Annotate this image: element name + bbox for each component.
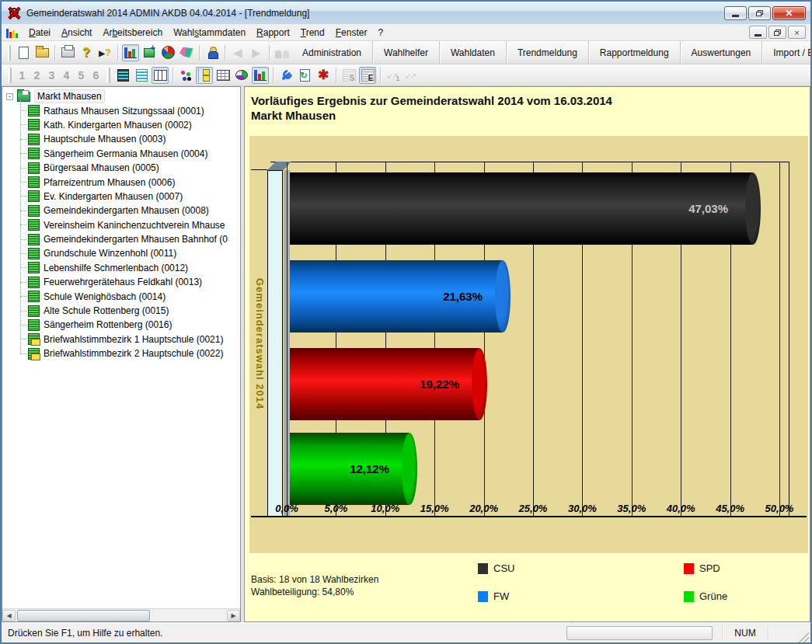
- ballot-box-icon: [28, 105, 40, 117]
- chart-title-line1: Vorläufiges Ergebnis zur Gemeinderatswah…: [251, 93, 612, 108]
- list-view-icon[interactable]: [133, 67, 150, 84]
- tree-item-briefwahlstimmbezirk-1-hauptschule-0021[interactable]: Briefwahlstimmbezirk 1 Hauptschule (0021…: [16, 332, 240, 346]
- process-gear-icon[interactable]: ✱: [315, 67, 332, 84]
- menu-item-datei[interactable]: Datei: [23, 26, 56, 40]
- tree-item-ev-kindergarten-mhausen-0007[interactable]: Ev. Kindergarten Mhausen (0007): [16, 190, 240, 204]
- tree-item-b-rgersaal-mhausen-0005[interactable]: Bürgersaal Mhausen (0005): [16, 161, 240, 175]
- tree-item-s-ngerheim-germania-mhausen-0004[interactable]: Sängerheim Germania Mhausen (0004): [16, 147, 240, 161]
- tree-item-briefwahlstimmbezirk-2-hauptschule-0022[interactable]: Briefwahlstimmbezirk 2 Hauptschule (0022…: [16, 346, 240, 360]
- tree-item-lebenshilfe-schmerlenbach-0012[interactable]: Lebenshilfe Schmerlenbach (0012): [16, 261, 240, 275]
- minimize-button[interactable]: [724, 6, 747, 20]
- forward-icon: ▶: [248, 44, 265, 61]
- tree-root-label[interactable]: Markt Mhausen: [34, 89, 105, 103]
- export-data-icon[interactable]: [141, 44, 158, 61]
- menu-item-rapport[interactable]: Rapport: [251, 26, 295, 40]
- collapse-icon[interactable]: -: [6, 93, 13, 100]
- tree-item-pfarreizentrum-mhausen-0006[interactable]: Pfarreizentrum Mhausen (0006): [16, 175, 240, 189]
- tree-item-label[interactable]: Hauptschule Mhausen (0003): [44, 134, 166, 144]
- nav-button-wahlhelfer[interactable]: Wahlhelfer: [372, 41, 439, 64]
- tree-item-label[interactable]: Schule Wenighösbach (0014): [44, 291, 166, 302]
- application-window: Gemeinderatswahl 2014 ADMIN AKDB 04.04.2…: [0, 0, 812, 644]
- bar-csu: 47,03%: [290, 172, 753, 245]
- tree-item-gemeindekindergarten-mhausen-0008[interactable]: Gemeindekindergarten Mhausen (0008): [16, 204, 240, 218]
- tree-item-kath-kindergarten-mhausen-0002[interactable]: Kath. Kindergarten Mhausen (0002): [16, 118, 240, 132]
- scrollbar-thumb[interactable]: [17, 610, 150, 621]
- tree-item-s-ngerheim-rottenberg-0016[interactable]: Sängerheim Rottenberg (0016): [16, 318, 240, 332]
- nav-button-rapportmeldung[interactable]: Rapportmeldung: [588, 41, 680, 64]
- resize-grip-icon[interactable]: [798, 632, 809, 642]
- tree-item-label[interactable]: Lebenshilfe Schmerlenbach (0012): [44, 263, 188, 273]
- tree-item-grundschule-winzenhohl-0011[interactable]: Grundschule Winzenhohl (0011): [16, 246, 240, 260]
- help-icon[interactable]: ?: [78, 44, 95, 61]
- tree-item-label[interactable]: Bürgersaal Mhausen (0005): [44, 162, 159, 173]
- tree-item-label[interactable]: Vereinsheim Kaninchenzuchtverein Mhause: [44, 220, 225, 231]
- scroll-right-icon[interactable]: ▶: [227, 610, 240, 621]
- menu-item-fenster[interactable]: Fenster: [330, 26, 373, 40]
- scatter-chart-icon[interactable]: [177, 67, 194, 84]
- split-view-icon[interactable]: [152, 67, 169, 84]
- menu-item-wahlstammdaten[interactable]: Wahlstammdaten: [168, 26, 251, 40]
- report-e-icon[interactable]: [359, 67, 376, 84]
- tree-item-label[interactable]: Briefwahlstimmbezirk 2 Hauptschule (0022…: [44, 348, 223, 359]
- tree-view-icon[interactable]: [196, 67, 213, 84]
- menu-item-ansicht[interactable]: Ansicht: [56, 26, 97, 40]
- tree-item-alte-schule-rottenberg-0015[interactable]: Alte Schule Rottenberg (0015): [16, 304, 240, 318]
- tree-item-label[interactable]: Grundschule Winzenhohl (0011): [44, 248, 176, 259]
- tree-item-vereinsheim-kaninchenzuchtverein-mhause[interactable]: Vereinsheim Kaninchenzuchtverein Mhause: [16, 218, 240, 232]
- refresh-document-icon[interactable]: [296, 67, 313, 84]
- maximize-button[interactable]: [748, 6, 771, 20]
- tree-horizontal-scrollbar[interactable]: ◀ ▶: [2, 608, 240, 621]
- open-folder-icon[interactable]: [33, 44, 51, 61]
- report-stack-icon[interactable]: [114, 67, 131, 84]
- toolbar-grip[interactable]: [106, 68, 110, 83]
- pie3d-chart-icon[interactable]: [233, 67, 250, 84]
- close-button[interactable]: ✕: [772, 6, 806, 20]
- table-view-icon[interactable]: [214, 67, 232, 84]
- pie-chart-icon[interactable]: [159, 44, 176, 61]
- nav-button-administration[interactable]: Administration: [291, 41, 372, 64]
- menu-item-trend[interactable]: Trend: [295, 26, 330, 40]
- toolbar-separator: [54, 45, 55, 61]
- tree-item-rathaus-mhausen-sitzungssaal-0001[interactable]: Rathaus Mhausen Sitzungssaal (0001): [16, 103, 240, 117]
- menu-item-arbeitsbereich[interactable]: Arbeitsbereich: [97, 26, 168, 40]
- tree-item-label[interactable]: Sängerheim Rottenberg (0016): [44, 319, 172, 330]
- toolbar-grip[interactable]: [8, 45, 11, 61]
- nav-button-auswertungen[interactable]: Auswertungen: [680, 41, 762, 64]
- mdi-close-button[interactable]: ×: [788, 26, 806, 39]
- bar-chart-icon[interactable]: [252, 67, 269, 84]
- mdi-restore-button[interactable]: [768, 26, 786, 39]
- nav-button-trendmeldung[interactable]: Trendmeldung: [506, 41, 588, 64]
- mdi-minimize-button[interactable]: [749, 26, 767, 39]
- tree-item-label[interactable]: Gemeindekindergarten Mhausen (0008): [44, 205, 209, 216]
- chart-view-icon[interactable]: [122, 44, 139, 61]
- status-separator: [722, 626, 723, 640]
- page-number-2: 2: [30, 69, 44, 82]
- context-help-icon[interactable]: ▶: [96, 44, 113, 61]
- chart-wizard-icon[interactable]: [178, 44, 195, 61]
- new-document-icon[interactable]: [15, 44, 32, 61]
- menu-item-[interactable]: ?: [372, 26, 389, 40]
- tree-item-label[interactable]: Briefwahlstimmbezirk 1 Hauptschule (0021…: [44, 334, 223, 345]
- tree-item-hauptschule-mhausen-0003[interactable]: Hauptschule Mhausen (0003): [16, 132, 240, 146]
- nav-button-wahldaten[interactable]: Wahldaten: [439, 41, 506, 64]
- toolbar-separator: [273, 68, 274, 83]
- tree-item-label[interactable]: Sängerheim Germania Mhausen (0004): [44, 148, 207, 159]
- tree-root-markt-mhausen[interactable]: - Markt Mhausen: [4, 89, 240, 103]
- nav-button-import-export[interactable]: Import / Export: [761, 41, 812, 64]
- user-icon[interactable]: [204, 44, 221, 61]
- tree-item-label[interactable]: Alte Schule Rottenberg (0015): [44, 305, 169, 316]
- tree-item-label[interactable]: Rathaus Mhausen Sitzungssaal (0001): [44, 106, 204, 117]
- scrollbar-track[interactable]: [16, 610, 227, 621]
- tree-item-gemeindekindergarten-mhausen-bahnhof-0[interactable]: Gemeindekindergarten Mhausen Bahnhof (0: [16, 232, 240, 246]
- scroll-left-icon[interactable]: ◀: [2, 610, 16, 621]
- print-icon[interactable]: [59, 44, 76, 61]
- tree-item-label[interactable]: Pfarreizentrum Mhausen (0006): [44, 177, 175, 188]
- tree-item-schule-wenigh-sbach-0014[interactable]: Schule Wenighösbach (0014): [16, 289, 240, 303]
- tree-item-label[interactable]: Kath. Kindergarten Mhausen (0002): [44, 120, 192, 131]
- tree-item-label[interactable]: Gemeindekindergarten Mhausen Bahnhof (0: [44, 234, 228, 245]
- tree-item-label[interactable]: Feuerwehrgerätehaus Feldkahl (0013): [44, 277, 202, 287]
- tree-item-label[interactable]: Ev. Kindergarten Mhausen (0007): [44, 191, 183, 202]
- settings-wrench-icon[interactable]: [277, 67, 294, 84]
- tree-item-feuerwehrger-tehaus-feldkahl-0013[interactable]: Feuerwehrgerätehaus Feldkahl (0013): [16, 275, 240, 289]
- toolbar-grip[interactable]: [8, 68, 12, 83]
